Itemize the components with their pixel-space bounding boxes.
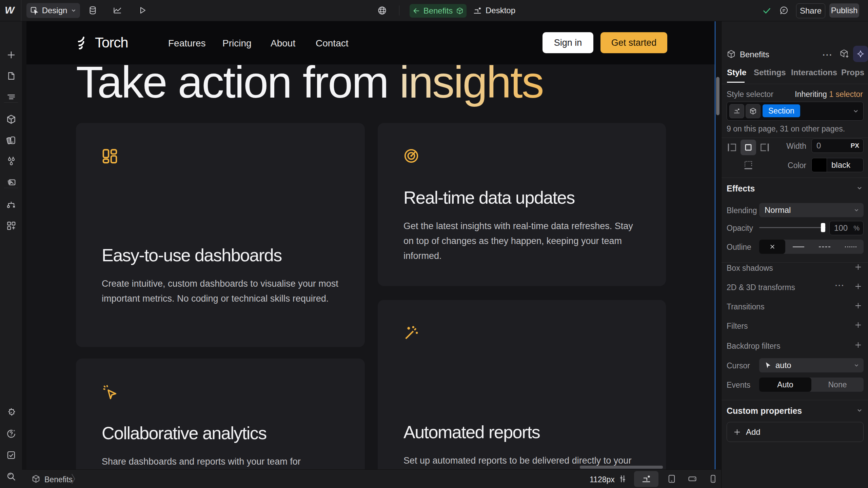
canvas-site-preview[interactable]: Take action from insights Easy-to-use da… bbox=[26, 21, 715, 469]
outline-label: Outline bbox=[727, 243, 751, 252]
selector-tag-section[interactable]: Section bbox=[763, 104, 800, 117]
feature-card[interactable]: Automated reports Set up automated repor… bbox=[378, 300, 666, 469]
canvas-vertical-scrollbar[interactable] bbox=[716, 77, 719, 115]
signin-button[interactable]: Sign in bbox=[542, 32, 593, 53]
add-transition-icon[interactable] bbox=[854, 302, 862, 310]
chevron-down-icon[interactable] bbox=[852, 108, 859, 115]
navigator-icon[interactable] bbox=[0, 90, 22, 104]
selector-element-button[interactable] bbox=[746, 104, 761, 118]
border-color-field[interactable]: black bbox=[811, 158, 864, 172]
breakpoint-phone-portrait-button[interactable] bbox=[708, 474, 718, 485]
events-none-option[interactable]: None bbox=[811, 380, 864, 389]
publish-button[interactable]: Publish bbox=[829, 3, 859, 18]
add-custom-property-button[interactable]: Add bbox=[727, 422, 864, 442]
feature-card[interactable]: Easy-to-use dashboards Create intuitive,… bbox=[76, 123, 365, 347]
outline-none-option[interactable] bbox=[759, 240, 785, 254]
unit-px[interactable]: PX bbox=[851, 142, 859, 149]
backdrop-filters-label: Backdrop filters bbox=[727, 342, 781, 351]
analytics-icon[interactable] bbox=[113, 6, 122, 16]
canvas-width-value[interactable]: 1128px bbox=[590, 475, 615, 484]
benefits-section[interactable]: Take action from insights Easy-to-use da… bbox=[26, 64, 715, 469]
logic-nodes-icon[interactable] bbox=[0, 198, 22, 211]
border-right-icon[interactable] bbox=[759, 142, 770, 155]
chevron-down-icon[interactable] bbox=[856, 407, 863, 414]
share-button[interactable]: Share bbox=[796, 3, 825, 18]
breakpoint-desktop-button[interactable] bbox=[634, 471, 658, 487]
border-width-input[interactable]: 0 PX bbox=[811, 139, 864, 153]
create-component-icon[interactable] bbox=[840, 49, 849, 60]
nav-link-pricing[interactable]: Pricing bbox=[222, 38, 252, 49]
left-toolbar bbox=[0, 21, 22, 488]
canvas-horizontal-scrollbar[interactable] bbox=[580, 466, 663, 469]
border-bottom-icon[interactable] bbox=[743, 159, 754, 172]
border-left-icon[interactable] bbox=[726, 142, 738, 155]
comments-icon[interactable] bbox=[779, 6, 789, 17]
webflow-logo[interactable]: W bbox=[5, 4, 14, 16]
add-elements-icon[interactable] bbox=[0, 48, 22, 62]
add-backdrop-filter-icon[interactable] bbox=[854, 341, 862, 349]
blending-dropdown[interactable]: Normal bbox=[759, 203, 864, 217]
divider bbox=[4, 188, 18, 188]
nav-link-features[interactable]: Features bbox=[168, 38, 206, 49]
events-auto-option[interactable]: Auto bbox=[759, 378, 811, 392]
variables-drops-icon[interactable] bbox=[0, 155, 22, 168]
chevron-down-icon[interactable] bbox=[856, 185, 863, 191]
nav-link-about[interactable]: About bbox=[271, 38, 295, 49]
color-swatch[interactable] bbox=[812, 158, 827, 172]
effects-header[interactable]: Effects bbox=[727, 184, 755, 194]
hero-heading[interactable]: Take action from insights bbox=[76, 64, 543, 105]
styles-swatch-icon[interactable] bbox=[0, 134, 22, 147]
selector-breakpoint-button[interactable] bbox=[729, 104, 744, 118]
back-to-benefits-pill[interactable]: Benefits bbox=[410, 4, 467, 18]
design-mode-dropdown[interactable]: Design bbox=[26, 3, 80, 18]
breakpoint-label[interactable]: Desktop bbox=[486, 6, 515, 15]
outline-dashed-option[interactable] bbox=[811, 246, 837, 247]
pages-icon[interactable] bbox=[0, 69, 22, 83]
opacity-input[interactable]: 100 % bbox=[829, 221, 864, 235]
components-cube-icon[interactable] bbox=[0, 113, 22, 126]
selector-field[interactable]: Section bbox=[727, 102, 864, 121]
outline-dotted-option[interactable] bbox=[837, 246, 864, 247]
nav-link-contact[interactable]: Contact bbox=[316, 38, 349, 49]
tab-settings[interactable]: Settings bbox=[754, 68, 786, 77]
assets-image-icon[interactable] bbox=[0, 176, 22, 189]
transforms-menu-icon[interactable]: ··· bbox=[835, 281, 845, 290]
custom-properties-header[interactable]: Custom properties bbox=[727, 406, 802, 416]
tab-interactions[interactable]: Interactions bbox=[791, 68, 837, 77]
search-icon[interactable] bbox=[0, 470, 22, 483]
tab-props[interactable]: Props bbox=[841, 68, 864, 77]
cursor-dropdown[interactable]: auto bbox=[759, 358, 864, 372]
globe-icon[interactable] bbox=[377, 6, 387, 17]
apps-grid-icon[interactable] bbox=[0, 219, 22, 232]
site-logo[interactable]: Torch bbox=[76, 35, 128, 51]
top-toolbar: W Design Benefits Desktop bbox=[0, 0, 868, 21]
opacity-slider-track[interactable] bbox=[759, 227, 826, 228]
breakpoint-tablet-button[interactable] bbox=[667, 474, 676, 485]
border-all-button[interactable] bbox=[741, 140, 756, 155]
dimension-sliders-icon[interactable] bbox=[618, 474, 627, 485]
add-box-shadow-icon[interactable] bbox=[854, 263, 862, 271]
settings-icon[interactable] bbox=[0, 406, 22, 419]
breakpoint-laptop-icon bbox=[641, 474, 651, 484]
add-transform-icon[interactable] bbox=[854, 282, 862, 290]
opacity-slider-thumb[interactable] bbox=[821, 223, 825, 232]
feature-card[interactable]: Real-time data updates Get the latest in… bbox=[378, 123, 666, 286]
add-filter-icon[interactable] bbox=[854, 321, 862, 329]
divider bbox=[4, 102, 18, 103]
preview-play-icon[interactable] bbox=[138, 6, 147, 16]
saved-check-icon bbox=[762, 6, 771, 17]
breakpoint-phone-landscape-button[interactable] bbox=[688, 474, 697, 485]
tab-style[interactable]: Style bbox=[727, 68, 746, 77]
audit-checklist-icon[interactable] bbox=[0, 448, 22, 462]
site-navbar[interactable]: Torch Features Pricing About Contact Sig… bbox=[26, 21, 715, 64]
ai-assistant-button[interactable] bbox=[853, 46, 868, 62]
help-icon[interactable] bbox=[0, 427, 22, 441]
inheriting-status[interactable]: Inheriting 1 selector bbox=[795, 90, 863, 99]
hero-heading-accent: insights bbox=[399, 64, 543, 107]
dots-menu-icon[interactable]: ··· bbox=[823, 50, 833, 60]
cms-database-icon[interactable] bbox=[88, 6, 97, 16]
breadcrumb[interactable]: Benefits bbox=[44, 475, 73, 484]
feature-card[interactable]: Collaborative analytics Share dashboards… bbox=[76, 359, 365, 469]
outline-solid-option[interactable] bbox=[785, 246, 811, 247]
get-started-button[interactable]: Get started bbox=[600, 32, 667, 53]
